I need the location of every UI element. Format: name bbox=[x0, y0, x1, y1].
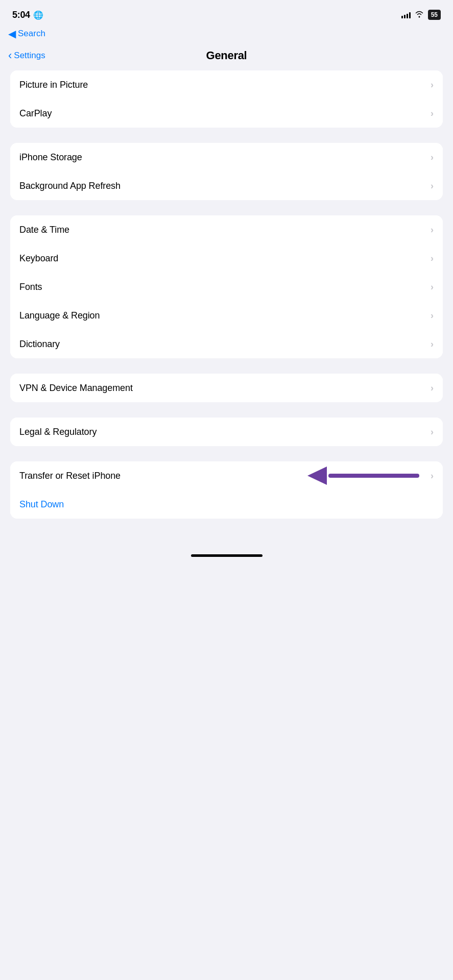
back-chevron-icon: ◀ bbox=[8, 29, 16, 39]
settings-item-carplay[interactable]: CarPlay › bbox=[10, 99, 443, 128]
nav-header: ‹ Settings General bbox=[0, 44, 453, 70]
iphone-storage-label: iPhone Storage bbox=[19, 152, 82, 163]
shut-down-label: Shut Down bbox=[19, 499, 64, 510]
settings-item-transfer-reset[interactable]: Transfer or Reset iPhone › bbox=[10, 461, 443, 490]
signal-bar-2 bbox=[404, 15, 406, 18]
home-bar bbox=[191, 554, 263, 557]
chevron-right-icon: › bbox=[431, 282, 434, 291]
transfer-reset-label: Transfer or Reset iPhone bbox=[19, 471, 121, 481]
settings-item-language-region[interactable]: Language & Region › bbox=[10, 301, 443, 330]
settings-group-legal: Legal & Regulatory › bbox=[10, 418, 443, 446]
status-right: 55 bbox=[401, 10, 441, 20]
globe-icon: 🌐 bbox=[33, 10, 43, 20]
dictionary-label: Dictionary bbox=[19, 339, 60, 350]
chevron-right-icon: › bbox=[431, 153, 434, 162]
settings-item-dictionary[interactable]: Dictionary › bbox=[10, 330, 443, 358]
status-time: 5:04 bbox=[12, 10, 30, 20]
date-time-label: Date & Time bbox=[19, 225, 69, 235]
page-title: General bbox=[206, 49, 247, 62]
back-chevron-settings-icon: ‹ bbox=[8, 49, 12, 62]
settings-item-iphone-storage[interactable]: iPhone Storage › bbox=[10, 143, 443, 172]
settings-back-button[interactable]: ‹ Settings bbox=[8, 49, 45, 62]
keyboard-label: Keyboard bbox=[19, 253, 58, 264]
chevron-right-icon: › bbox=[431, 311, 434, 320]
battery-indicator: 55 bbox=[428, 10, 441, 20]
chevron-right-icon: › bbox=[431, 225, 434, 234]
settings-item-shut-down[interactable]: Shut Down bbox=[10, 490, 443, 519]
legal-label: Legal & Regulatory bbox=[19, 427, 97, 437]
chevron-right-icon: › bbox=[431, 383, 434, 393]
home-indicator bbox=[0, 534, 453, 562]
wifi-icon bbox=[415, 11, 424, 19]
settings-item-picture-in-picture[interactable]: Picture in Picture › bbox=[10, 70, 443, 99]
chevron-right-icon: › bbox=[431, 254, 434, 263]
vpn-label: VPN & Device Management bbox=[19, 383, 133, 394]
settings-item-background-app-refresh[interactable]: Background App Refresh › bbox=[10, 172, 443, 200]
settings-item-vpn[interactable]: VPN & Device Management › bbox=[10, 374, 443, 402]
chevron-right-icon: › bbox=[431, 181, 434, 190]
settings-group-storage: iPhone Storage › Background App Refresh … bbox=[10, 143, 443, 200]
chevron-right-icon: › bbox=[431, 109, 434, 118]
settings-item-fonts[interactable]: Fonts › bbox=[10, 273, 443, 301]
settings-item-legal[interactable]: Legal & Regulatory › bbox=[10, 418, 443, 446]
background-app-refresh-label: Background App Refresh bbox=[19, 181, 121, 191]
settings-back-label: Settings bbox=[14, 51, 45, 61]
fonts-label: Fonts bbox=[19, 282, 42, 292]
signal-bar-1 bbox=[401, 16, 403, 18]
search-back-label: Search bbox=[18, 29, 45, 39]
settings-item-date-time[interactable]: Date & Time › bbox=[10, 215, 443, 244]
search-back-link[interactable]: ◀ Search bbox=[8, 29, 441, 39]
chevron-right-icon: › bbox=[431, 427, 434, 436]
purple-arrow-annotation bbox=[302, 463, 420, 488]
signal-bar-3 bbox=[407, 14, 408, 18]
status-bar: 5:04 🌐 55 bbox=[0, 0, 453, 26]
chevron-right-icon: › bbox=[431, 339, 434, 349]
picture-in-picture-label: Picture in Picture bbox=[19, 80, 88, 90]
settings-group-vpn: VPN & Device Management › bbox=[10, 374, 443, 402]
settings-group-datetime: Date & Time › Keyboard › Fonts › Languag… bbox=[10, 215, 443, 358]
signal-bar-4 bbox=[409, 12, 411, 18]
status-left: 5:04 🌐 bbox=[12, 10, 43, 20]
chevron-right-icon: › bbox=[431, 471, 434, 480]
settings-group-transfer: Transfer or Reset iPhone › Shut Down bbox=[10, 461, 443, 519]
svg-marker-1 bbox=[307, 467, 327, 485]
language-region-label: Language & Region bbox=[19, 310, 100, 321]
carplay-label: CarPlay bbox=[19, 108, 52, 119]
back-nav-search[interactable]: ◀ Search bbox=[0, 26, 453, 44]
settings-group-pip-carplay: Picture in Picture › CarPlay › bbox=[10, 70, 443, 128]
signal-bars bbox=[401, 11, 411, 18]
chevron-right-icon: › bbox=[431, 80, 434, 89]
settings-item-keyboard[interactable]: Keyboard › bbox=[10, 244, 443, 273]
